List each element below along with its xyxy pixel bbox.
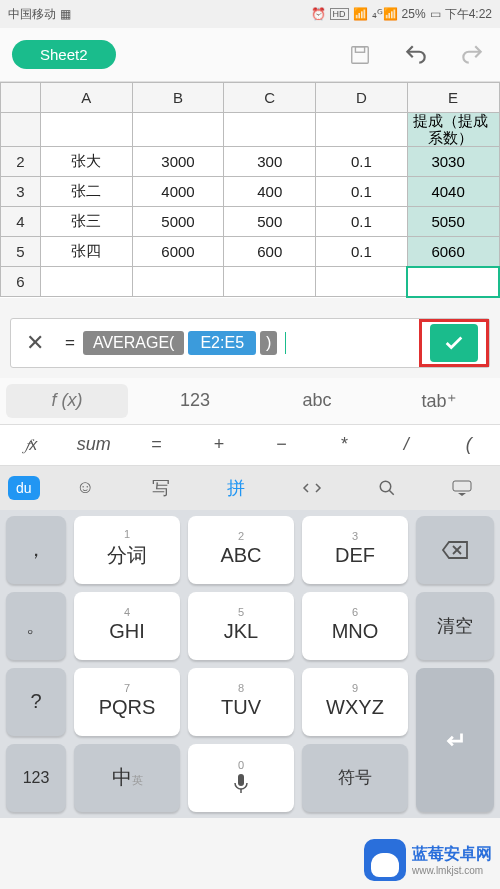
clear-key[interactable]: 清空 (416, 592, 494, 660)
emoji-button[interactable]: ☺ (48, 477, 123, 498)
equals-button[interactable]: = (125, 425, 188, 465)
cell[interactable]: 3030 (407, 147, 499, 177)
key-tuv[interactable]: 8TUV (188, 668, 294, 736)
cell[interactable]: 0.1 (316, 177, 408, 207)
app-toolbar: Sheet2 (0, 28, 500, 82)
cell[interactable]: 300 (224, 147, 316, 177)
question-key[interactable]: ? (6, 668, 66, 736)
cell[interactable]: 3000 (132, 147, 224, 177)
cell[interactable]: 400 (224, 177, 316, 207)
cell[interactable]: 600 (224, 237, 316, 267)
cell[interactable]: 0.1 (316, 207, 408, 237)
col-header-a[interactable]: A (41, 83, 133, 113)
cell[interactable] (41, 267, 133, 297)
cell[interactable] (132, 113, 224, 147)
carrier-label: 中国移动 (8, 6, 56, 23)
cell[interactable]: 0.1 (316, 237, 408, 267)
key-mno[interactable]: 6MNO (302, 592, 408, 660)
row-header[interactable]: 5 (1, 237, 41, 267)
cancel-formula-button[interactable]: ✕ (11, 330, 59, 356)
redo-icon[interactable] (456, 39, 488, 71)
row-header-active[interactable]: 6 (1, 267, 41, 297)
key-pqrs[interactable]: 7PQRS (74, 668, 180, 736)
mode-abc-button[interactable]: abc (256, 378, 378, 424)
cell[interactable]: 张二 (41, 177, 133, 207)
cell[interactable]: 5050 (407, 207, 499, 237)
sheet-tab[interactable]: Sheet2 (12, 40, 116, 69)
cell[interactable]: 张三 (41, 207, 133, 237)
confirm-formula-button[interactable] (430, 324, 478, 362)
cell[interactable]: 500 (224, 207, 316, 237)
cell[interactable]: 6060 (407, 237, 499, 267)
key-abc[interactable]: 2ABC (188, 516, 294, 584)
undo-icon[interactable] (400, 39, 432, 71)
fx-button[interactable]: 𝑓x (0, 425, 63, 465)
ime-logo-icon[interactable]: du (8, 476, 40, 500)
active-cell[interactable] (407, 267, 499, 297)
key-def[interactable]: 3DEF (302, 516, 408, 584)
row-header[interactable]: 4 (1, 207, 41, 237)
cell[interactable]: 张四 (41, 237, 133, 267)
mode-123-button[interactable]: 123 (134, 378, 256, 424)
sum-button[interactable]: sum (63, 425, 126, 465)
cell[interactable] (41, 113, 133, 147)
cell[interactable]: 4040 (407, 177, 499, 207)
cell[interactable] (132, 267, 224, 297)
watermark-title: 蓝莓安卓网 (412, 844, 492, 865)
enter-key[interactable] (416, 668, 494, 812)
multiply-button[interactable]: * (313, 425, 376, 465)
mode-fx-button[interactable]: f (x) (6, 384, 128, 418)
corner-cell[interactable] (1, 83, 41, 113)
battery-pct: 25% (402, 7, 426, 21)
search-button[interactable] (349, 479, 424, 497)
formula-close-paren: ) (260, 331, 277, 355)
backspace-key[interactable] (416, 516, 494, 584)
plus-button[interactable]: + (188, 425, 251, 465)
row-header[interactable] (1, 113, 41, 147)
table-row: 2 张大 3000 300 0.1 3030 (1, 147, 500, 177)
cell[interactable]: 0.1 (316, 147, 408, 177)
code-button[interactable] (274, 481, 349, 495)
key-fenci[interactable]: 1分词 (74, 516, 180, 584)
cell[interactable]: 6000 (132, 237, 224, 267)
symbol-key[interactable]: 符号 (302, 744, 408, 812)
col-header-b[interactable]: B (132, 83, 224, 113)
table-row: 5 张四 6000 600 0.1 6060 (1, 237, 500, 267)
mode-tab-button[interactable]: tab⁺ (378, 378, 500, 424)
key-ghi[interactable]: 4GHI (74, 592, 180, 660)
save-icon[interactable] (344, 39, 376, 71)
formula-range: E2:E5 (188, 331, 256, 355)
col-header-e[interactable]: E (407, 83, 499, 113)
row-header[interactable]: 2 (1, 147, 41, 177)
comma-key[interactable]: ， (6, 516, 66, 584)
cell[interactable] (224, 113, 316, 147)
paren-button[interactable]: ( (438, 425, 501, 465)
cell[interactable] (224, 267, 316, 297)
pinyin-button[interactable]: 拼 (198, 476, 273, 500)
formula-input[interactable]: = AVERAGE( E2:E5 ) (59, 331, 419, 355)
spreadsheet-grid[interactable]: A B C D E 提成（提成系数） 2 张大 3000 300 0.1 303… (0, 82, 500, 298)
svg-line-3 (389, 490, 394, 495)
cell[interactable] (316, 113, 408, 147)
voice-key[interactable]: 0 (188, 744, 294, 812)
period-key[interactable]: 。 (6, 592, 66, 660)
lang-key[interactable]: 中英 (74, 744, 180, 812)
handwrite-button[interactable]: 写 (123, 476, 198, 500)
watermark-icon (364, 839, 406, 881)
cell[interactable]: 4000 (132, 177, 224, 207)
hide-keyboard-button[interactable] (425, 480, 500, 496)
key-wxyz[interactable]: 9WXYZ (302, 668, 408, 736)
row-header[interactable]: 3 (1, 177, 41, 207)
cell[interactable]: 5000 (132, 207, 224, 237)
col-header-c[interactable]: C (224, 83, 316, 113)
minus-button[interactable]: − (250, 425, 313, 465)
key-jkl[interactable]: 5JKL (188, 592, 294, 660)
cell[interactable] (316, 267, 408, 297)
num-mode-key[interactable]: 123 (6, 744, 66, 812)
col-header-d[interactable]: D (316, 83, 408, 113)
watermark: 蓝莓安卓网 www.lmkjst.com (364, 839, 492, 881)
cell[interactable]: 张大 (41, 147, 133, 177)
svg-rect-1 (355, 46, 364, 52)
divide-button[interactable]: / (375, 425, 438, 465)
cell-e-header[interactable]: 提成（提成系数） (407, 113, 499, 147)
